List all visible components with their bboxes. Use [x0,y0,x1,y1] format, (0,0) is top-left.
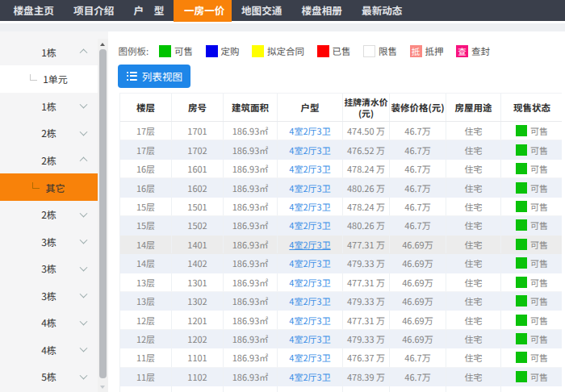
usage-cell: 住宅 [446,330,501,348]
chevron-down-icon[interactable] [80,344,88,352]
area-cell: 186.93㎡ [224,236,278,253]
chevron-down-icon[interactable] [80,101,88,109]
legend-swatch-2 [206,45,218,57]
scrollbar-thumb[interactable] [99,49,107,378]
chevron-down-icon[interactable] [80,317,88,325]
legend-label: 限售 [379,44,397,57]
chevron-down-icon[interactable] [80,209,88,217]
layout-cell [278,386,343,392]
status-swatch [516,277,527,288]
legend-swatch-4 [317,45,329,57]
usage-cell: 住宅 [446,273,501,291]
layout-link[interactable]: 4室2厅3卫 [289,370,330,383]
room-cell: 1601 [172,160,224,177]
status-label: 可售 [530,238,548,251]
status-cell [501,386,562,392]
sidebar-item-label: 1栋 [41,45,56,59]
sidebar-item-label: 2栋 [41,126,56,140]
chevron-down-icon[interactable] [80,236,88,244]
status-cell: 可售 [501,236,562,253]
floor-cell: 12层 [120,330,172,348]
scroll-down-arrow-icon[interactable] [100,386,105,389]
table-row-1201: 12层1201186.93㎡4室2厅3卫477.31 万46.69万住宅可售 [120,311,562,329]
sidebar-item-7[interactable]: 2栋 [0,201,98,228]
sidebar-item-1[interactable]: 1栋 [0,39,98,66]
nav-item-5[interactable]: 地图交通 [232,0,292,21]
layout-cell: 4室2厅3卫 [278,178,343,196]
price-cell: 480.26 万 [343,178,390,196]
nav-item-3[interactable]: 户 型 [124,0,174,21]
sidebar-item-3[interactable]: 1栋 [0,93,98,120]
layout-link[interactable]: 4室2厅3卫 [289,144,330,156]
column-header-4: 户型 [278,94,343,121]
scroll-up-arrow-icon[interactable] [100,43,105,46]
sidebar-item-10[interactable]: 3栋 [0,281,98,309]
layout-cell: 4室2厅3卫 [278,254,343,272]
nav-item-1[interactable]: 楼盘主页 [3,0,64,21]
price-cell: 477.31 万 [343,236,390,253]
table-row-1401: 14层1401186.93㎡4室2厅3卫477.31 万46.69万住宅可售 [120,236,562,254]
sidebar-item-5[interactable]: 2栋 [0,147,98,174]
layout-link[interactable]: 4室2厅3卫 [289,351,330,364]
floor-cell: 15层 [120,198,172,215]
sidebar-item-9[interactable]: 3栋 [0,255,98,282]
status-cell: 可售 [501,330,562,348]
layout-link[interactable]: 4室2厅3卫 [289,256,330,269]
price-cell [343,386,390,392]
decoration-cell: 46.7万 [390,160,446,177]
layout-link[interactable]: 4室2厅3卫 [289,276,330,289]
tree-elbow-icon [32,182,40,189]
sidebar-item-8[interactable]: 3栋 [0,227,98,255]
nav-item-6[interactable]: 楼盘相册 [291,0,352,21]
main-panel: 图例板: 可售定购拟定合同已售限售抵抵押查查封 列表视图 楼层房号建筑面积户型挂… [108,31,565,392]
status-swatch [516,352,527,363]
nav-item-4[interactable]: 一房一价 [174,0,231,22]
decoration-cell: 46.69万 [390,254,446,272]
layout-link[interactable]: 4室2厅3卫 [289,200,330,213]
room-cell: 1501 [172,198,224,215]
usage-cell: 住宅 [446,311,501,328]
layout-link[interactable]: 4室2厅3卫 [289,238,330,251]
sidebar-item-13[interactable]: 5栋 [0,363,98,390]
chevron-up-icon[interactable] [80,157,88,165]
layout-link[interactable]: 4室2厅3卫 [289,314,330,327]
sidebar-scrollbar[interactable] [98,39,108,392]
list-view-button[interactable]: 列表视图 [118,65,190,89]
sidebar-item-2[interactable]: 1单元 [0,65,98,93]
usage-cell: 住宅 [446,178,501,196]
floor-cell: 13层 [120,273,172,291]
area-cell: 186.93㎡ [224,122,278,140]
chevron-up-icon[interactable] [80,49,88,57]
sidebar-item-12[interactable]: 4栋 [0,336,98,364]
layout-link[interactable]: 4室2厅3卫 [289,294,330,307]
status-swatch [516,144,527,156]
price-cell: 477.31 万 [343,273,390,291]
usage-cell [446,386,501,392]
layout-link[interactable]: 4室2厅3卫 [289,124,330,137]
usage-cell: 住宅 [446,368,501,386]
chevron-down-icon[interactable] [80,371,88,379]
legend-swatch-3 [252,45,264,57]
sidebar-item-11[interactable]: 4栋 [0,309,98,336]
layout-cell: 4室2厅3卫 [278,122,343,140]
sidebar-item-label: 5栋 [41,369,56,383]
layout-link[interactable]: 4室2厅3卫 [289,219,330,231]
layout-link[interactable]: 4室2厅3卫 [289,181,330,194]
sidebar-item-4[interactable]: 2栋 [0,119,98,147]
nav-item-2[interactable]: 项目介绍 [64,0,124,21]
layout-link[interactable]: 4室2厅3卫 [289,332,330,345]
chevron-down-icon[interactable] [80,128,88,136]
status-label: 可售 [530,124,548,137]
layout-link[interactable]: 4室2厅3卫 [289,162,330,175]
chevron-down-icon[interactable] [80,290,88,298]
nav-item-7[interactable]: 最新动态 [352,0,412,21]
decoration-cell: 46.7万 [390,122,446,140]
chevron-down-icon[interactable] [80,263,88,271]
status-swatch [516,295,527,307]
table-row-1602: 16层1602186.93㎡4室2厅3卫480.26 万46.7万住宅可售 [120,178,562,197]
legend-label: 抵押 [425,44,444,57]
decoration-cell: 46.69万 [390,292,446,310]
layout-cell: 4室2厅3卫 [278,160,343,177]
sidebar-item-6[interactable]: 其它 [0,173,98,201]
floor-cell: 17层 [120,122,172,140]
